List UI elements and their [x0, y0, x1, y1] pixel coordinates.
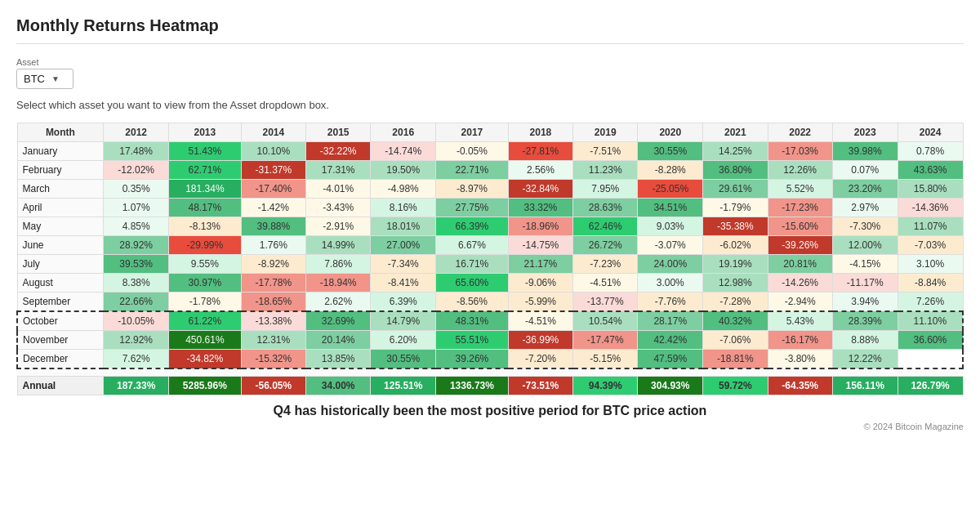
- cell-june-2024: -7.03%: [898, 236, 963, 255]
- cell-may-2022: -15.60%: [768, 217, 832, 236]
- page-title: Monthly Returns Heatmap: [16, 16, 964, 44]
- annual-row: Annual187.33%5285.96%-56.05%34.00%125.51…: [17, 377, 963, 395]
- table-row: June28.92%-29.99%1.76%14.99%27.00%6.67%-…: [17, 236, 963, 255]
- cell-december-2016: 30.55%: [371, 350, 436, 369]
- month-label-july: July: [17, 255, 104, 274]
- annual-label: Annual: [17, 377, 104, 395]
- cell-may-2015: -2.91%: [306, 217, 371, 236]
- cell-february-2022: 12.26%: [768, 161, 832, 180]
- annual-cell-2019: 94.39%: [573, 377, 638, 395]
- cell-april-2014: -1.42%: [241, 199, 305, 217]
- table-row: February-12.02%62.71%-31.37%17.31%19.50%…: [17, 161, 963, 180]
- cell-april-2015: -3.43%: [306, 199, 371, 217]
- cell-october-2012: -10.05%: [104, 311, 169, 331]
- cell-may-2018: -18.96%: [508, 217, 572, 236]
- cell-september-2024: 7.26%: [898, 293, 963, 312]
- cell-october-2020: 28.17%: [638, 311, 703, 331]
- cell-march-2023: 23.20%: [832, 180, 898, 199]
- cell-november-2017: 55.51%: [436, 331, 509, 350]
- cell-march-2021: 29.61%: [703, 180, 768, 199]
- cell-may-2012: 4.85%: [104, 217, 169, 236]
- cell-november-2021: -7.06%: [703, 331, 768, 350]
- year-header-2018: 2018: [508, 123, 572, 142]
- month-label-march: March: [17, 180, 104, 199]
- cell-october-2013: 61.22%: [169, 311, 242, 331]
- annual-cell-2023: 156.11%: [832, 377, 898, 395]
- instruction-text: Select which asset you want to view from…: [16, 99, 964, 111]
- cell-june-2023: 12.00%: [832, 236, 898, 255]
- cell-january-2023: 39.98%: [832, 142, 898, 161]
- cell-february-2017: 22.71%: [436, 161, 509, 180]
- cell-october-2023: 28.39%: [832, 311, 898, 331]
- table-row: March0.35%181.34%-17.40%-4.01%-4.98%-8.9…: [17, 180, 963, 199]
- cell-april-2012: 1.07%: [104, 199, 169, 217]
- cell-august-2012: 8.38%: [104, 274, 169, 293]
- cell-february-2020: -8.28%: [638, 161, 703, 180]
- cell-august-2023: -11.17%: [832, 274, 898, 293]
- cell-june-2014: 1.76%: [241, 236, 305, 255]
- cell-july-2021: 19.19%: [703, 255, 768, 274]
- cell-october-2017: 48.31%: [436, 311, 509, 331]
- cell-october-2018: -4.51%: [508, 311, 572, 331]
- cell-october-2015: 32.69%: [306, 311, 371, 331]
- table-row: November12.92%450.61%12.31%20.14%6.20%55…: [17, 331, 963, 350]
- cell-september-2015: 2.62%: [306, 293, 371, 312]
- cell-february-2023: 0.07%: [832, 161, 898, 180]
- cell-february-2024: 43.63%: [898, 161, 963, 180]
- cell-february-2016: 19.50%: [371, 161, 436, 180]
- month-label-june: June: [17, 236, 104, 255]
- cell-march-2022: 5.52%: [768, 180, 832, 199]
- cell-june-2017: 6.67%: [436, 236, 509, 255]
- cell-june-2013: -29.99%: [169, 236, 242, 255]
- cell-november-2020: 42.42%: [638, 331, 703, 350]
- month-label-april: April: [17, 199, 104, 217]
- cell-march-2019: 7.95%: [573, 180, 638, 199]
- cell-june-2016: 27.00%: [371, 236, 436, 255]
- month-header: Month: [17, 123, 104, 142]
- cell-december-2024: [898, 350, 963, 369]
- cell-october-2024: 11.10%: [898, 311, 963, 331]
- cell-february-2018: 2.56%: [508, 161, 572, 180]
- cell-august-2013: 30.97%: [169, 274, 242, 293]
- asset-value: BTC: [24, 73, 45, 85]
- year-header-2015: 2015: [306, 123, 371, 142]
- year-header-2017: 2017: [436, 123, 509, 142]
- asset-dropdown[interactable]: BTC ▼: [16, 69, 74, 89]
- annual-cell-2014: -56.05%: [241, 377, 305, 395]
- cell-november-2022: -16.17%: [768, 331, 832, 350]
- cell-december-2012: 7.62%: [104, 350, 169, 369]
- cell-march-2014: -17.40%: [241, 180, 305, 199]
- cell-march-2013: 181.34%: [169, 180, 242, 199]
- cell-september-2019: -13.77%: [573, 293, 638, 312]
- cell-march-2015: -4.01%: [306, 180, 371, 199]
- cell-april-2024: -14.36%: [898, 199, 963, 217]
- cell-july-2013: 9.55%: [169, 255, 242, 274]
- cell-december-2023: 12.22%: [832, 350, 898, 369]
- cell-november-2015: 20.14%: [306, 331, 371, 350]
- cell-june-2021: -6.02%: [703, 236, 768, 255]
- cell-april-2016: 8.16%: [371, 199, 436, 217]
- cell-july-2015: 7.86%: [306, 255, 371, 274]
- cell-november-2019: -17.47%: [573, 331, 638, 350]
- cell-december-2017: 39.26%: [436, 350, 509, 369]
- year-header-2023: 2023: [832, 123, 898, 142]
- month-label-september: September: [17, 293, 104, 312]
- cell-june-2018: -14.75%: [508, 236, 572, 255]
- annual-cell-2018: -73.51%: [508, 377, 572, 395]
- cell-december-2019: -5.15%: [573, 350, 638, 369]
- cell-august-2016: -8.41%: [371, 274, 436, 293]
- cell-may-2013: -8.13%: [169, 217, 242, 236]
- cell-january-2014: 10.10%: [241, 142, 305, 161]
- year-header-2021: 2021: [703, 123, 768, 142]
- year-header-2022: 2022: [768, 123, 832, 142]
- cell-december-2015: 13.85%: [306, 350, 371, 369]
- heatmap-table-wrap: Month20122013201420152016201720182019202…: [16, 123, 964, 395]
- cell-january-2016: -14.74%: [371, 142, 436, 161]
- cell-may-2016: 18.01%: [371, 217, 436, 236]
- cell-june-2022: -39.26%: [768, 236, 832, 255]
- cell-april-2021: -1.79%: [703, 199, 768, 217]
- year-header-2014: 2014: [241, 123, 305, 142]
- cell-july-2018: 21.17%: [508, 255, 572, 274]
- cell-december-2014: -15.32%: [241, 350, 305, 369]
- year-header-2019: 2019: [573, 123, 638, 142]
